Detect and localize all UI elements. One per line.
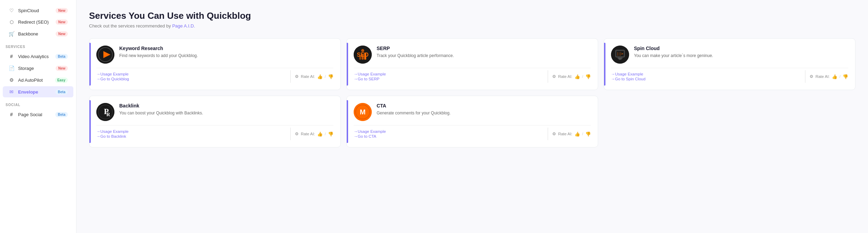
service-divider-backlink: [290, 128, 291, 140]
svg-point-5: [361, 49, 364, 52]
rate-label-serp: Rate AI:: [558, 74, 572, 79]
keyword-goto-link[interactable]: →Go to Quickblog: [96, 77, 286, 81]
badge-beta-video: Beta: [55, 54, 68, 59]
sidebar-item-storage[interactable]: 📄 Storage New: [3, 63, 73, 74]
thumbs-down-spin[interactable]: 👎: [843, 74, 848, 79]
sidebar-label-redirect-seo: Redirect (SEO): [18, 19, 52, 25]
gear-rate-icon-serp: ⚙: [552, 74, 556, 79]
svg-rect-13: [618, 58, 622, 59]
spin-rate: ⚙ Rate AI: 👍 / 👎: [810, 74, 848, 79]
svg-rect-6: [359, 56, 361, 60]
service-card-serp: SEO SERP Track your Quickblog article pe…: [346, 38, 598, 90]
rate-label-spin: Rate AI:: [815, 74, 830, 79]
redirect-icon: ⬡: [8, 19, 15, 25]
gear-rate-icon-backlink: ⚙: [295, 131, 299, 136]
spin-cloud-icon: ||>: [611, 46, 629, 64]
badge-easy-ad: Easy: [55, 78, 68, 83]
gear-rate-icon: ⚙: [295, 74, 299, 79]
sidebar-label-envelope: Envelope: [18, 89, 52, 95]
service-desc-cta: Generate comments for your Quickblog.: [377, 110, 591, 116]
sidebar-item-backbone[interactable]: 🛒 Backbone New: [3, 28, 73, 39]
page-aid-link[interactable]: Page A.I.D.: [172, 23, 195, 29]
cta-icon: M: [354, 103, 372, 121]
thumbs-up-spin[interactable]: 👍: [832, 74, 837, 79]
rate-label: Rate AI:: [301, 74, 315, 79]
thumbs-down-cta[interactable]: 👎: [585, 131, 591, 137]
badge-new-spincloud: New: [56, 8, 68, 13]
keyword-research-icon: [96, 46, 114, 64]
service-name-backlink: Backlink: [119, 103, 333, 109]
service-desc-keyword: Find new keywords to add your Quickblog.: [119, 53, 333, 59]
serp-icon: SEO: [354, 46, 372, 64]
serp-goto-link[interactable]: →Go to SERP: [354, 77, 544, 81]
sidebar-item-ad-autopilot[interactable]: ⚙ Ad AutoPilot Easy: [3, 74, 73, 86]
badge-new-redirect: New: [56, 19, 68, 25]
service-name-keyword: Keyword Research: [119, 46, 333, 51]
svg-text:R: R: [106, 112, 110, 117]
thumbs-down-serp[interactable]: 👎: [585, 74, 591, 79]
page-title: Services You Can Use with Quickblog: [89, 10, 855, 21]
cta-rate: ⚙ Rate AI: 👍 / 👎: [552, 131, 591, 137]
service-name-cta: CTA: [377, 103, 591, 109]
sidebar-item-spincloud[interactable]: ♡ SpinCloud New: [3, 5, 73, 16]
thumbs-down-backlink[interactable]: 👎: [328, 131, 333, 137]
hash-icon-video: #: [8, 54, 15, 59]
spin-goto-link[interactable]: →Go to Spin Cloud: [611, 77, 801, 81]
serp-usage-link[interactable]: →Usage Example: [354, 72, 544, 76]
sidebar-label-page-social: Page Social: [18, 112, 52, 117]
sidebar-item-page-social[interactable]: # Page Social Beta: [3, 109, 73, 120]
badge-beta-social: Beta: [55, 112, 68, 117]
thumbs-up-cta[interactable]: 👍: [574, 131, 580, 137]
thumbs-up-icon[interactable]: 👍: [317, 74, 323, 79]
robot-icon: ⚙: [8, 77, 15, 83]
sidebar-item-redirect-seo[interactable]: ⬡ Redirect (SEO) New: [3, 17, 73, 27]
service-desc-backlink: You can boost your Quickblog with Backli…: [119, 110, 333, 116]
gear-rate-icon-cta: ⚙: [552, 131, 556, 136]
sidebar-label-ad-autopilot: Ad AutoPilot: [18, 78, 51, 83]
thumbs-down-icon[interactable]: 👎: [328, 74, 333, 79]
thumbs-up-backlink[interactable]: 👍: [317, 131, 323, 137]
gear-rate-icon-spin: ⚙: [810, 74, 813, 79]
service-divider-serp: [548, 70, 548, 83]
backlink-rate: ⚙ Rate AI: 👍 / 👎: [295, 131, 333, 137]
hash-icon-social: #: [8, 112, 15, 117]
services-grid: Keyword Research Find new keywords to ad…: [89, 38, 855, 147]
service-desc-serp: Track your Quickblog article performance…: [377, 53, 591, 59]
service-name-spin: Spin Cloud: [634, 46, 848, 51]
svg-rect-7: [362, 54, 364, 60]
service-name-serp: SERP: [377, 46, 591, 51]
backlink-goto-link[interactable]: →Go to Backlink: [96, 134, 286, 138]
subtitle-text: Check out the services recommended by: [89, 23, 171, 29]
file-icon-storage: 📄: [8, 65, 15, 71]
sidebar-item-video-analytics[interactable]: # Video Analytics Beta: [3, 51, 73, 62]
serp-rate: ⚙ Rate AI: 👍 / 👎: [552, 74, 591, 79]
heart-icon: ♡: [8, 8, 15, 13]
sidebar: ♡ SpinCloud New ⬡ Redirect (SEO) New 🛒 B…: [0, 0, 77, 233]
svg-rect-8: [364, 53, 366, 59]
sidebar-item-envelope[interactable]: ✉ Envelope Beta: [3, 86, 73, 97]
service-card-spin-cloud: ||> Spin Cloud You can make your article…: [604, 38, 855, 90]
page-subtitle: Check out the services recommended by Pa…: [89, 23, 855, 29]
badge-new-storage: New: [56, 66, 68, 71]
service-card-keyword-research: Keyword Research Find new keywords to ad…: [89, 38, 341, 90]
sidebar-label-spincloud: SpinCloud: [18, 8, 52, 13]
section-social: SOCIAL: [0, 99, 76, 108]
svg-text:||>: ||>: [617, 52, 623, 56]
rate-label-backlink: Rate AI:: [301, 132, 315, 136]
badge-new-backbone: New: [56, 31, 68, 37]
cta-usage-link[interactable]: →Usage Example: [354, 129, 544, 134]
svg-text:M: M: [360, 108, 366, 116]
badge-beta-envelope: Beta: [55, 89, 68, 95]
service-divider-spin: [805, 70, 805, 83]
backlink-usage-link[interactable]: →Usage Example: [96, 129, 286, 134]
service-divider-cta: [548, 128, 548, 140]
svg-rect-14: [619, 59, 622, 60]
spin-usage-link[interactable]: →Usage Example: [611, 72, 801, 76]
thumbs-up-serp[interactable]: 👍: [574, 74, 580, 79]
service-divider: [290, 70, 291, 83]
backbone-icon: 🛒: [8, 31, 15, 37]
sidebar-label-backbone: Backbone: [18, 31, 52, 37]
keyword-usage-link[interactable]: →Usage Example: [96, 72, 286, 76]
service-card-cta: M CTA Generate comments for your Quickbl…: [346, 96, 598, 147]
cta-goto-link[interactable]: →Go to CTA: [354, 134, 544, 138]
